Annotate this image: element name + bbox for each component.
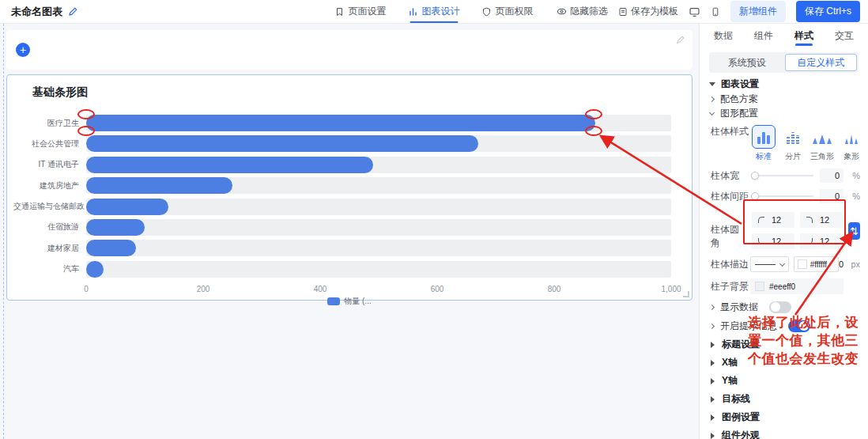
show-data-toggle[interactable] (769, 301, 791, 313)
bar-gap-label: 柱体间距 (711, 190, 750, 203)
section-y-axis[interactable]: Y轴 (700, 372, 868, 390)
section-title-settings[interactable]: 标题设置 (700, 335, 868, 354)
stroke-color-swatch (798, 259, 807, 269)
panel-tab-3[interactable]: 交互 (835, 24, 854, 47)
save-as-template-button[interactable]: 保存为模板 (618, 5, 678, 18)
section-x-axis[interactable]: X轴 (700, 354, 868, 372)
bar-background-label: 柱子背景 (711, 280, 750, 293)
radius-sync-button[interactable]: ⇅ (848, 222, 860, 240)
bar-style-option-1[interactable]: 分片 (781, 125, 805, 162)
stroke-width-value[interactable]: 0 (839, 259, 843, 269)
bar-style-icon (752, 125, 776, 149)
panel-tabs: 数据组件样式交互 (700, 24, 868, 47)
bar-style-options: 标准分片三角形象形 (752, 125, 863, 162)
chevron-right-icon (709, 96, 715, 101)
bar-width-slider[interactable] (752, 175, 813, 176)
preset-tab-0[interactable]: 系统预设 (711, 54, 783, 71)
rename-pencil-icon[interactable] (68, 7, 77, 17)
chevron-right-icon (709, 323, 715, 328)
x-axis: 02004006008001,000 (86, 285, 671, 296)
caret-right-icon (711, 433, 715, 439)
bar-style-option-2[interactable]: 三角形 (810, 125, 834, 162)
bar (86, 240, 136, 256)
bar-style-option-0[interactable]: 标准 (752, 125, 776, 162)
add-filter-button[interactable]: + (16, 43, 30, 57)
bar (86, 261, 104, 278)
bar-width-value[interactable]: 0 (820, 168, 843, 183)
x-tick: 1,000 (661, 285, 681, 293)
top-header: 未命名图表 页面设置图表设计页面权限 隐藏筛选 保存为模板 (0, 0, 868, 24)
caret-right-icon (711, 360, 715, 366)
save-button[interactable]: 保存 Ctrl+s (796, 1, 860, 22)
bar-radius-label: 柱体圆角 (711, 223, 747, 250)
select-caret-icon (779, 260, 785, 266)
x-tick: 800 (548, 285, 561, 293)
nav-item-1[interactable]: 图表设计 (409, 0, 460, 23)
desktop-preview-icon[interactable] (689, 6, 700, 17)
collapsed-sections: 标题设置X轴Y轴目标线图例设置组件外观 (700, 335, 868, 439)
chevron-down-icon (709, 109, 715, 115)
bookmark-icon (335, 7, 345, 17)
filter-edit-icon[interactable] (676, 36, 685, 44)
bar-style-option-3[interactable]: 象形 (840, 125, 863, 162)
mobile-preview-icon[interactable] (711, 6, 720, 17)
nav-item-0[interactable]: 页面设置 (335, 0, 387, 23)
panel-tab-2[interactable]: 样式 (794, 24, 813, 47)
stroke-color-input[interactable]: #ffffff (794, 256, 839, 272)
preset-tab-1[interactable]: 自定义样式 (785, 54, 858, 71)
bar-track (86, 219, 671, 236)
category-label: IT 通讯电子 (13, 159, 86, 170)
chart-widget-card[interactable]: 基础条形图 医疗卫生社会公共管理IT 通讯电子建筑房地产交通运输与仓储邮政住宿旅… (6, 74, 693, 301)
corner-radius-input-bl[interactable]: 12 (752, 233, 794, 249)
nav-item-2[interactable]: 页面权限 (482, 0, 534, 23)
bar-track (86, 177, 671, 194)
stroke-style-select[interactable] (750, 256, 789, 272)
bar-stroke-label: 柱体描边 (711, 258, 750, 271)
bar-background-color-input[interactable]: #eeeff0 (750, 278, 843, 294)
caret-right-icon (711, 342, 715, 348)
bar-track (86, 135, 671, 152)
corner-br-icon (806, 238, 813, 244)
chevron-right-icon (709, 304, 715, 309)
chart-rows: 医疗卫生社会公共管理IT 通讯电子建筑房地产交通运输与仓储邮政住宿旅游建材家居汽… (13, 115, 671, 282)
panel-tab-0[interactable]: 数据 (714, 24, 733, 47)
bar-track (86, 115, 671, 131)
tooltip-toggle[interactable] (788, 320, 810, 332)
panel-tab-1[interactable]: 组件 (754, 24, 773, 47)
solid-line-icon (755, 264, 776, 265)
chart-row: 建材家居 (13, 240, 671, 256)
section-color-scheme[interactable]: 配色方案 (700, 92, 868, 106)
caret-down-icon (709, 82, 715, 86)
corner-radius-input-br[interactable]: 12 (800, 233, 843, 249)
filter-bar: + (6, 30, 693, 70)
section-legend-settings[interactable]: 图例设置 (700, 408, 868, 426)
category-label: 医疗卫生 (13, 118, 86, 129)
resize-handle[interactable] (683, 291, 689, 297)
bar-gap-value[interactable]: 0 (820, 189, 843, 203)
chart-row: 社会公共管理 (13, 135, 671, 152)
x-tick: 400 (314, 285, 327, 293)
section-graphic-config[interactable]: 图形配置 (700, 106, 868, 120)
bar-gap-slider[interactable] (752, 195, 813, 197)
preset-segmented-control: 系统预设自定义样式 (709, 52, 859, 73)
chart-legend[interactable]: 物量 (... (7, 296, 692, 307)
chart-row: 医疗卫生 (13, 115, 671, 131)
corner-radius-input-tr[interactable]: 12 (800, 212, 843, 228)
section-component-appearance[interactable]: 组件外观 (700, 426, 868, 439)
category-label: 社会公共管理 (13, 138, 86, 149)
chart-icon (409, 7, 418, 17)
template-icon (618, 7, 628, 17)
hide-filter-button[interactable]: 隐藏筛选 (557, 5, 608, 18)
chart-row: IT 通讯电子 (13, 157, 671, 173)
caret-right-icon (711, 396, 715, 403)
bar (86, 199, 168, 215)
corner-tl-icon (758, 217, 764, 223)
section-chart-settings[interactable]: 图表设置 (700, 76, 868, 92)
bar (86, 135, 478, 152)
section-target-line[interactable]: 目标线 (700, 390, 868, 408)
corner-radius-input-tl[interactable]: 12 (752, 212, 794, 228)
category-label: 汽车 (13, 263, 86, 274)
add-component-button[interactable]: 新增组件 (730, 1, 786, 22)
chart-row: 住宿旅游 (13, 219, 671, 236)
header-nav: 页面设置图表设计页面权限 (335, 0, 534, 23)
